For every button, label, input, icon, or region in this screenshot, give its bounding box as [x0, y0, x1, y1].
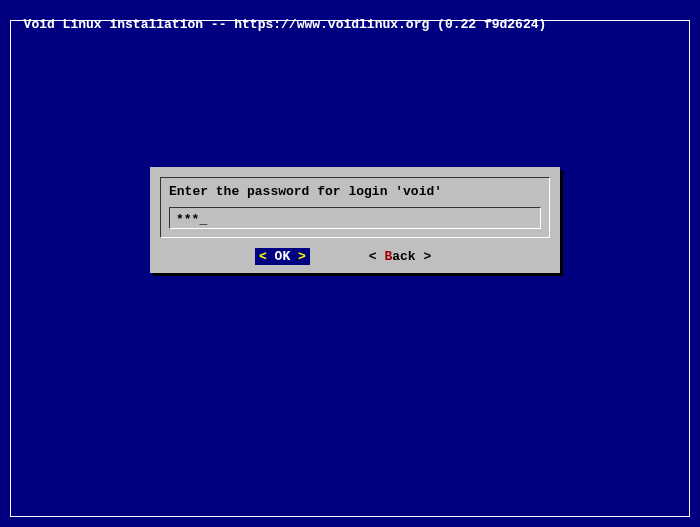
back-hotkey: B	[384, 249, 392, 264]
back-rest: ack	[392, 249, 423, 264]
prompt-area: Enter the password for login 'void' ***_	[160, 177, 550, 238]
ok-right-bracket: >	[298, 249, 306, 264]
password-dialog: Enter the password for login 'void' ***_…	[150, 167, 560, 273]
button-row: < OK > < Back >	[150, 238, 560, 273]
back-left-bracket: <	[369, 249, 385, 264]
password-input[interactable]: ***_	[169, 207, 541, 229]
ok-label: OK	[267, 249, 298, 264]
ok-button[interactable]: < OK >	[255, 248, 310, 265]
dialog-body: Enter the password for login 'void' ***_	[150, 167, 560, 238]
prompt-label: Enter the password for login 'void'	[169, 184, 541, 199]
back-right-bracket: >	[423, 249, 431, 264]
back-button[interactable]: < Back >	[365, 248, 435, 265]
cursor-icon: _	[199, 212, 207, 227]
ok-left-bracket: <	[259, 249, 267, 264]
password-value: ***	[176, 212, 199, 227]
